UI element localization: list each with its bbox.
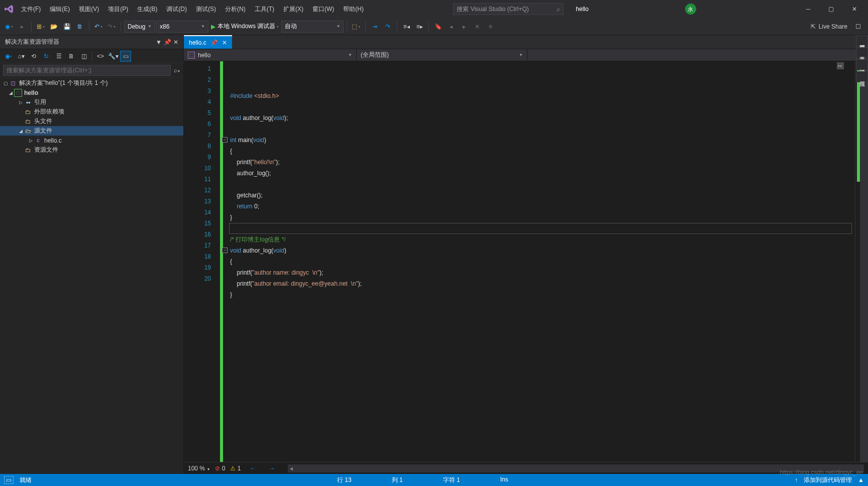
external-deps-node[interactable]: 🗀 外部依赖项 [0,107,183,116]
redo-button[interactable]: ↷▼ [105,21,118,33]
warning-count[interactable]: ⚠ 1 [230,465,241,472]
toolbar: ◉▼ ▸ ⊞▼ 📂 💾 🗎 ↶▼ ↷▼ Debug▼ x86▼ ▶ 本地 Win… [0,18,868,35]
nav-member-combo[interactable]: ▼ [527,49,868,61]
main-layout: 解决方案资源管理器 ▼ 📌 ✕ ◉▼ ⌂▾ ⟲ ↻ ☰ 🗎 ◫ <> 🔧▾ ▭ … [0,35,868,474]
sources-node[interactable]: ◢🗁 源文件 [0,126,183,136]
menu-item[interactable]: 扩展(X) [279,2,307,17]
vertical-tab[interactable]: 服务器资源管理器 [856,35,868,46]
status-col: 列 1 [390,476,405,484]
menu-item[interactable]: 调试(D) [162,2,191,17]
se-preview-icon[interactable]: ◫ [78,51,89,62]
se-back-icon[interactable]: ◉▼ [3,51,14,62]
solution-search-input[interactable] [3,65,171,76]
menu-item[interactable]: 项目(P) [104,2,132,17]
extension-btn[interactable]: ⬚▼ [350,21,362,33]
se-collapse-icon[interactable]: ☰ [53,51,64,62]
menu-item[interactable]: 分析(N) [221,2,250,17]
vertical-tab[interactable]: 属性 [856,71,868,82]
menu-item[interactable]: 窗口(W) [308,2,338,17]
scrollbar-horizontal[interactable]: ◂ [288,464,864,472]
window-buttons: ─ ▢ ✕ [797,1,866,17]
step-in-button[interactable]: ⇥ [369,21,381,33]
open-button[interactable]: 📂 [48,21,60,33]
bookmark-button[interactable]: 🔖 [432,21,444,33]
helloc-node[interactable]: ▷c hello.c [0,136,183,145]
panel-pin-icon[interactable]: 📌 [164,39,171,46]
error-count[interactable]: ⊘ 0 [215,465,225,472]
resources-node[interactable]: 🗀 资源文件 [0,145,183,155]
platform-combo[interactable]: x86▼ [156,21,208,33]
step-over-button[interactable]: ↷ [382,21,394,33]
status-line: 行 13 [335,476,354,484]
sc-dropdown-icon[interactable]: ▲ [858,476,864,483]
nav-scope-combo[interactable]: (全局范围)▼ [357,49,527,61]
se-sync-icon[interactable]: ⟲ [28,51,39,62]
nav-back-button[interactable]: ◉▼ [3,21,15,33]
fold-toggle-icon[interactable]: − [222,248,228,253]
menu-item[interactable]: 生成(B) [133,2,161,17]
headers-node[interactable]: 🗀 头文件 [0,116,183,126]
tab-pin-icon[interactable]: 📌 [210,39,218,46]
menu-item[interactable]: 帮助(H) [339,2,368,17]
maximize-button[interactable]: ▢ [820,1,843,17]
code-navbar: ⬚hello▼ (全局范围)▼ ▼ [184,49,868,61]
fold-toggle-icon[interactable]: − [222,137,228,143]
references-node[interactable]: ▷▪▪ 引用 [0,97,183,107]
menu-item[interactable]: 编辑(E) [46,2,74,17]
auto-combo[interactable]: 自动▼ [281,21,344,33]
search-icon: ⌕ [557,6,560,13]
code-pane[interactable]: ↔ #include <stdio.h>void author_log(void… [223,61,855,462]
bm-clear-button[interactable]: ✕ [471,21,483,33]
project-name-label: hello [570,6,594,13]
solution-search-icon[interactable]: ⌕▼ [174,67,180,74]
panel-close-icon[interactable]: ✕ [173,39,178,46]
bm-list-button[interactable]: ≡ [484,21,496,33]
solution-toolbar: ◉▼ ⌂▾ ⟲ ↻ ☰ 🗎 ◫ <> 🔧▾ ▭ [0,49,183,63]
save-all-button[interactable]: 🗎 [74,21,86,33]
indent-right-button[interactable]: ≡▸ [413,21,425,33]
overview-ruler[interactable] [855,61,860,462]
panel-dropdown-icon[interactable]: ▼ [156,39,162,46]
right-tool-tabs: 服务器资源管理器工具箱通知属性 [856,35,868,83]
avatar[interactable]: 永 [685,4,696,15]
nav-project-combo[interactable]: ⬚hello▼ [184,49,357,61]
prev-issue-button[interactable]: ← [246,465,260,472]
menu-item[interactable]: 文件(F) [17,2,45,17]
se-showall-icon[interactable]: 🗎 [66,51,77,62]
zoom-level[interactable]: 100 % ▼ [188,465,210,472]
publish-icon[interactable]: ↑ [795,476,798,483]
bm-prev-button[interactable]: ◂ [445,21,457,33]
menu-item[interactable]: 视图(V) [75,2,103,17]
status-source-control[interactable]: 添加到源代码管理 [802,476,854,484]
se-home-icon[interactable]: ⌂▾ [16,51,27,62]
close-button[interactable]: ✕ [843,1,866,17]
next-issue-button[interactable]: → [265,465,279,472]
tab-close-icon[interactable]: ✕ [222,39,227,46]
save-button[interactable]: 💾 [61,21,73,33]
scrollbar-vertical[interactable] [860,61,868,462]
vertical-tab[interactable]: 通知 [856,59,868,70]
vertical-tab[interactable]: 工具箱 [856,47,868,58]
se-view-icon[interactable]: ▭ [120,51,131,62]
output-icon[interactable]: ▭ [4,476,14,484]
menu-item[interactable]: 工具(T) [251,2,278,17]
tab-helloc[interactable]: hello.c 📌 ✕ [184,35,232,49]
search-box[interactable]: 搜索 Visual Studio (Ctrl+Q) ⌕ [453,3,564,15]
nav-fwd-button[interactable]: ▸ [16,21,28,33]
se-code-icon[interactable]: <> [95,51,106,62]
feedback-icon[interactable]: ☐ [855,23,861,30]
new-item-button[interactable]: ⊞▼ [35,21,47,33]
solution-node[interactable]: ▢⊡ 解决方案"hello"(1 个项目/共 1 个) [0,78,183,88]
se-refresh-icon[interactable]: ↻ [41,51,52,62]
config-combo[interactable]: Debug▼ [124,21,155,33]
se-wrench-icon[interactable]: 🔧▾ [107,51,119,62]
undo-button[interactable]: ↶▼ [92,21,104,33]
indent-left-button[interactable]: ≡◂ [400,21,412,33]
live-share-button[interactable]: ⇱ Live Share ☐ [807,23,865,30]
split-handle-icon[interactable]: ↔ [837,62,844,69]
run-button[interactable]: ▶ 本地 Windows 调试器▼ [209,21,280,33]
project-node[interactable]: ◢⬚ hello [0,88,183,97]
menu-item[interactable]: 测试(S) [192,2,220,17]
minimize-button[interactable]: ─ [797,1,820,17]
bm-next-button[interactable]: ▸ [458,21,470,33]
